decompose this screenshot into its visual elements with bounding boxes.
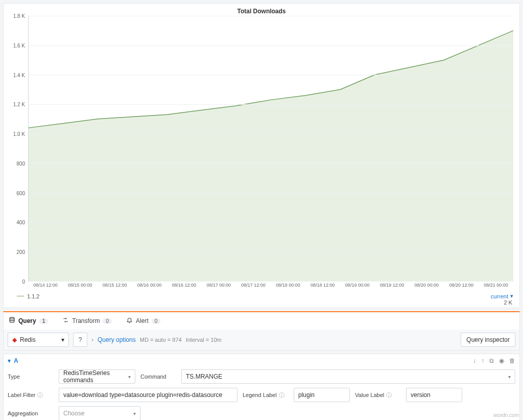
query-inspector-button[interactable]: Query inspector (461, 333, 515, 347)
aggregation-label: Aggregation (8, 410, 54, 416)
chevron-down-icon[interactable]: ▾ (8, 357, 11, 364)
value-label-label: Value Labelⓘ (355, 391, 401, 399)
type-label: Type (8, 374, 54, 380)
y-tick: 600 (16, 190, 25, 196)
tab-transform-count: 0 (103, 318, 112, 324)
type-select[interactable]: RedisTimeSeries commands ▾ (59, 369, 135, 384)
redis-icon: ◆ (12, 336, 17, 343)
info-icon: ⓘ (37, 392, 43, 398)
datasource-picker[interactable]: ◆ Redis ▾ (8, 333, 69, 347)
command-label: Command (140, 374, 176, 380)
y-tick: 0 (22, 279, 25, 285)
trash-icon[interactable]: 🗑 (509, 357, 515, 364)
value-label-input[interactable] (406, 388, 462, 402)
x-tick: 08/17 00:00 (206, 283, 231, 288)
legend-label-input[interactable] (294, 388, 350, 402)
legend-stat-label: current (491, 293, 508, 299)
legend-series[interactable]: 1.1.2 (17, 293, 39, 299)
x-tick: 08/19 12:00 (380, 283, 405, 288)
tab-alert[interactable]: Alert 0 (126, 317, 160, 325)
query-options-toggle[interactable]: Query options (98, 336, 136, 343)
duplicate-icon[interactable]: ⧉ (489, 357, 494, 364)
legend-series-name: 1.1.2 (27, 293, 39, 299)
y-tick: 1.2 K (13, 102, 25, 107)
area-svg (29, 16, 513, 281)
query-options-md: MD = auto = 874 (140, 337, 182, 343)
query-ref-id[interactable]: A (14, 357, 18, 364)
command-select[interactable]: TS.MRANGE ▾ (181, 369, 515, 384)
x-tick: 08/20 12:00 (449, 283, 473, 288)
chevron-down-icon: ▾ (510, 293, 513, 299)
x-tick: 08/17 12:00 (241, 283, 266, 288)
tab-transform-label: Transform (72, 317, 100, 324)
toggle-visibility-icon[interactable]: ◉ (499, 357, 504, 364)
legend-label-label: Legend Labelⓘ (243, 391, 289, 399)
legend-stat-value: 2 K (8, 299, 515, 307)
tab-query-count: 1 (39, 318, 49, 324)
chevron-down-icon: ▾ (508, 374, 511, 380)
chart-area: 02004006008001.0 K1.2 K1.4 K1.6 K1.8 K 0… (8, 16, 515, 292)
y-axis: 02004006008001.0 K1.2 K1.4 K1.6 K1.8 K (8, 16, 28, 282)
transform-icon (62, 317, 69, 325)
tab-query-label: Query (18, 317, 36, 324)
label-filter-label: Label Filterⓘ (8, 391, 54, 399)
query-row-actions: ↓ ↑ ⧉ ◉ 🗑 (473, 357, 515, 364)
y-tick: 1.0 K (13, 131, 25, 137)
x-axis: 08/14 12:0008/15 00:0008/15 12:0008/16 0… (28, 282, 513, 292)
datasource-help-button[interactable]: ? (73, 333, 87, 347)
y-tick: 1.6 K (13, 42, 25, 48)
aggregation-placeholder: Choose (63, 410, 84, 417)
y-tick: 400 (16, 220, 25, 225)
tab-alert-count: 0 (152, 318, 161, 324)
legend-row: 1.1.2 current ▾ (8, 292, 515, 299)
type-value: RedisTimeSeries commands (63, 369, 124, 384)
chevron-down-icon: ▾ (133, 411, 136, 416)
command-value: TS.MRANGE (186, 373, 222, 380)
svg-point-0 (10, 317, 14, 319)
y-tick: 200 (16, 249, 25, 255)
chart-panel: Total Downloads 02004006008001.0 K1.2 K1… (3, 3, 520, 308)
x-tick: 08/21 00:00 (484, 283, 508, 288)
legend-color-icon (17, 296, 24, 296)
editor-tabs: Query 1 Transform 0 Alert 0 (3, 311, 520, 330)
watermark: wsxdn.com (493, 412, 519, 418)
x-tick: 08/15 00:00 (68, 283, 92, 288)
panel-title: Total Downloads (8, 6, 515, 16)
chevron-down-icon: ▾ (61, 336, 64, 343)
tab-query[interactable]: Query 1 (9, 317, 48, 325)
info-icon: ⓘ (386, 392, 392, 398)
tab-alert-label: Alert (136, 317, 149, 324)
database-icon (9, 317, 15, 325)
bell-icon (126, 317, 133, 325)
y-tick: 1.4 K (13, 72, 25, 78)
datasource-bar: ◆ Redis ▾ ? › Query options MD = auto = … (3, 330, 520, 351)
x-tick: 08/16 00:00 (137, 283, 162, 288)
query-header: ▾ A ↓ ↑ ⧉ ◉ 🗑 (8, 357, 515, 367)
y-tick: 1.8 K (13, 13, 25, 19)
legend-stat-toggle[interactable]: current ▾ (491, 293, 513, 299)
x-tick: 08/18 12:00 (311, 283, 335, 288)
x-tick: 08/15 12:00 (103, 283, 127, 288)
aggregation-select[interactable]: Choose ▾ (59, 406, 140, 420)
label-filter-input[interactable] (59, 388, 237, 402)
datasource-name: Redis (20, 336, 36, 343)
x-tick: 08/20 00:00 (415, 283, 439, 288)
x-tick: 08/14 12:00 (33, 283, 58, 288)
move-up-icon[interactable]: ↑ (481, 357, 484, 364)
tab-transform[interactable]: Transform 0 (62, 317, 112, 325)
x-tick: 08/16 12:00 (172, 283, 197, 288)
chevron-right-icon: › (91, 336, 93, 343)
info-icon: ⓘ (279, 392, 284, 398)
chevron-down-icon: ▾ (128, 374, 131, 380)
query-options-interval: Interval = 10m (186, 337, 222, 343)
move-down-icon[interactable]: ↓ (473, 357, 476, 364)
y-tick: 800 (16, 160, 25, 166)
x-tick: 08/19 00:00 (345, 283, 370, 288)
x-tick: 08/18 00:00 (276, 283, 300, 288)
help-icon: ? (79, 336, 82, 343)
plot-area (28, 16, 513, 282)
query-editor: ▾ A ↓ ↑ ⧉ ◉ 🗑 Type RedisTimeSeries comma… (3, 354, 520, 420)
